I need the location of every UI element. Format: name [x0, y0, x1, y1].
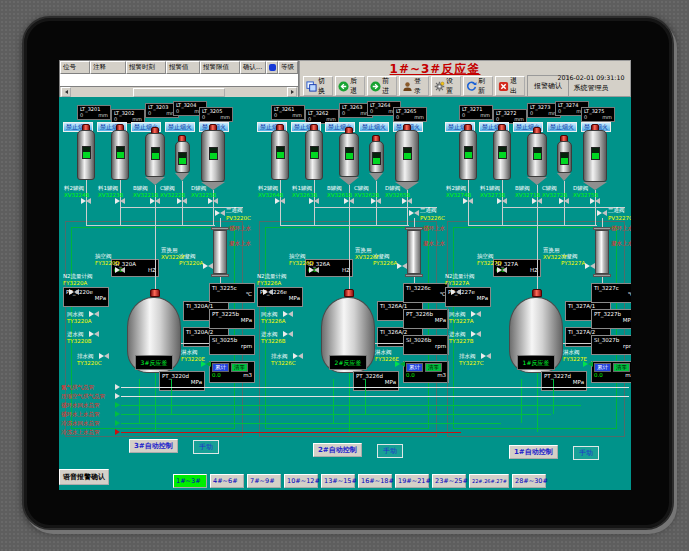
user-icon — [401, 80, 413, 92]
page-button-8[interactable]: 22#.26#.27# — [469, 474, 509, 488]
auto-control-button-1#[interactable]: 1#自动控制 — [509, 445, 558, 459]
scroll-right-icon[interactable] — [287, 87, 297, 97]
n2-flow-valve-icon[interactable] — [263, 289, 273, 295]
display-unit: MPa — [573, 379, 584, 386]
feed-valve-icon[interactable] — [559, 198, 569, 204]
spray-valve-icon[interactable] — [395, 361, 405, 367]
tank-level-fill — [346, 153, 353, 159]
alarm-col-0[interactable]: 位号 — [60, 61, 90, 74]
alarm-col-1[interactable]: 注释 — [90, 61, 126, 74]
inlet-water-valve-icon[interactable] — [283, 331, 293, 337]
drain-valve-icon[interactable] — [293, 353, 303, 359]
spray-valve-icon[interactable] — [583, 361, 593, 367]
condenser-valve-icon[interactable] — [203, 263, 213, 269]
feed-valve-icon[interactable] — [344, 198, 354, 204]
page-button-9[interactable]: 28#~30# — [512, 474, 546, 488]
alarm-bell-icon[interactable] — [266, 61, 278, 74]
toolbar-button-0[interactable]: 切换 — [303, 76, 333, 96]
totalizer-reset-button[interactable]: 清零 — [231, 363, 248, 372]
pipeline-label-1: 压缩空气供气总管 — [61, 393, 105, 399]
feed-valve-icon[interactable] — [115, 198, 125, 204]
alarm-col-2[interactable]: 报警时刻 — [126, 61, 166, 74]
toolbar-button-5[interactable]: 刷新 — [463, 76, 493, 96]
vacuum-valve-icon[interactable] — [115, 267, 125, 273]
drain-valve-icon[interactable] — [99, 353, 109, 359]
n2-flow-valve-icon[interactable] — [451, 289, 461, 295]
vacuum-valve-icon[interactable] — [497, 267, 507, 273]
manual-mode-button-1#[interactable]: 手动 — [573, 446, 599, 460]
page-button-0[interactable]: 1#~3# — [173, 474, 207, 488]
feed-valve-icon[interactable] — [402, 198, 412, 204]
page-button-7[interactable]: 23#~25# — [432, 474, 466, 488]
alarm-table[interactable]: 位号注释报警时刻报警值报警限值确认...等级 — [59, 60, 299, 97]
alarm-col-3[interactable]: 报警值 — [166, 61, 200, 74]
page-button-5[interactable]: 16#~18# — [358, 474, 392, 488]
feed-valve-icon[interactable] — [371, 198, 381, 204]
feed-valve-icon[interactable] — [590, 198, 600, 204]
feed-tank-2 — [493, 130, 511, 180]
inlet-water-valve-icon[interactable] — [471, 331, 481, 337]
gear-icon — [433, 80, 445, 92]
totalizer-reset-button[interactable]: 清零 — [425, 363, 442, 372]
toolbar-button-1[interactable]: 后退 — [335, 76, 365, 96]
valve-right-half — [476, 331, 481, 337]
return-water-valve-icon[interactable] — [471, 311, 481, 317]
feed-valve-icon[interactable] — [150, 198, 160, 204]
feed-valve-icon[interactable] — [309, 198, 319, 204]
valve-tag: TY3227A — [449, 318, 473, 324]
manual-mode-button-2#[interactable]: 手动 — [377, 444, 403, 458]
feed-valve-icon[interactable] — [81, 198, 91, 204]
feed-valve-icon[interactable] — [497, 198, 507, 204]
vacuum-valve-icon[interactable] — [309, 267, 319, 273]
feed-valve-icon[interactable] — [208, 198, 218, 204]
valve-right-half — [268, 289, 273, 295]
feed-valve-icon[interactable] — [463, 198, 473, 204]
n2-flow-valve-icon[interactable] — [69, 289, 79, 295]
totalizer-reset-button[interactable]: 清零 — [613, 363, 630, 372]
auto-control-button-3#[interactable]: 3#自动控制 — [129, 439, 178, 453]
condenser-valve-icon[interactable] — [585, 263, 595, 269]
manual-mode-button-3#[interactable]: 手动 — [193, 440, 219, 454]
scroll-left-icon[interactable] — [61, 87, 71, 97]
totalizer-total-button[interactable]: 累计 — [212, 363, 229, 372]
totalizer-total-button[interactable]: 累计 — [594, 363, 611, 372]
toolbar-button-3[interactable]: 登录 — [399, 76, 429, 96]
feed-valve-icon[interactable] — [177, 198, 187, 204]
alarm-col-6[interactable]: 等级 — [278, 61, 298, 74]
valve-label: 回水阀 — [449, 311, 466, 317]
page-button-3[interactable]: 10#~12# — [284, 474, 318, 488]
feed-valve-icon[interactable] — [532, 198, 542, 204]
page-button-4[interactable]: 13#~15# — [321, 474, 355, 488]
display-value-row: MPa — [260, 295, 300, 302]
alarm-col-5[interactable]: 确认... — [240, 61, 266, 74]
display-value-row: rpm — [594, 343, 631, 350]
three-way-valve-icon[interactable] — [597, 210, 607, 216]
toolbar-button-4[interactable]: 设置 — [431, 76, 461, 96]
toolbar-button-label: 刷新 — [478, 76, 491, 96]
page-button-6[interactable]: 19#~21# — [395, 474, 429, 488]
inlet-water-valve-icon[interactable] — [89, 331, 99, 337]
display-unit: MPa — [385, 379, 396, 386]
valve-label: 料1罐阀 — [292, 185, 312, 191]
totalizer-total-button[interactable]: 累计 — [406, 363, 423, 372]
page-button-1[interactable]: 4#~6# — [210, 474, 244, 488]
spray-valve-icon[interactable] — [201, 361, 211, 367]
toolbar-button-6[interactable]: 退出 — [495, 76, 525, 96]
page-button-2[interactable]: 7#~9# — [247, 474, 281, 488]
condenser-valve-icon[interactable] — [397, 263, 407, 269]
alarm-table-scrollbar[interactable] — [60, 86, 298, 97]
display-value-row: MPa — [448, 295, 488, 302]
alarm-col-4[interactable]: 报警限值 — [200, 61, 240, 74]
return-water-valve-icon[interactable] — [89, 311, 99, 317]
toolbar-button-2[interactable]: 前进 — [367, 76, 397, 96]
valve-label: 排水阀 — [271, 353, 288, 359]
feed-valve-icon[interactable] — [275, 198, 285, 204]
voice-alarm-ack-button[interactable]: 语音报警确认 — [59, 469, 109, 485]
three-way-valve-icon[interactable] — [409, 210, 419, 216]
three-way-valve-icon[interactable] — [215, 210, 225, 216]
pipeline-arrow-icon — [115, 420, 120, 426]
auto-control-button-2#[interactable]: 2#自动控制 — [313, 443, 362, 457]
drain-valve-icon[interactable] — [481, 353, 491, 359]
return-water-valve-icon[interactable] — [283, 311, 293, 317]
scroll-thumb[interactable] — [133, 88, 225, 97]
